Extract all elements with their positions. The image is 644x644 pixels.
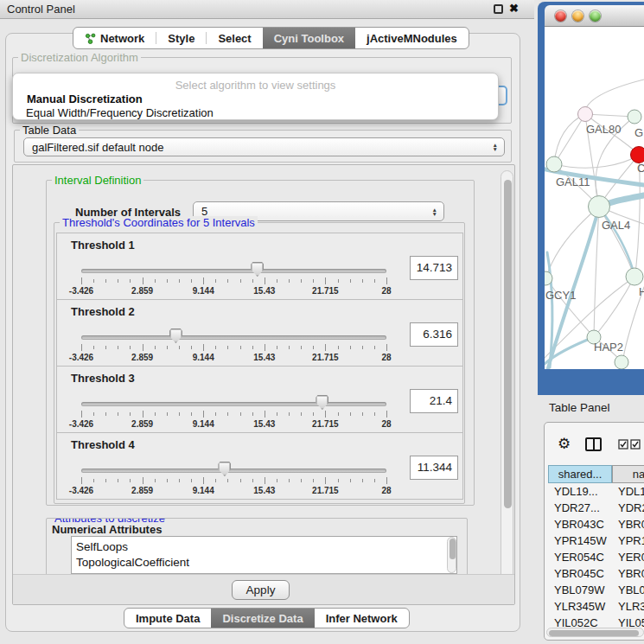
table-horizontal-scrollbar[interactable] xyxy=(546,628,644,637)
tab-style[interactable]: Style xyxy=(156,28,206,48)
column-header-shared-name[interactable]: shared... xyxy=(548,465,612,483)
panel-scrollbar[interactable] xyxy=(501,170,513,601)
tab-jactivemnodules[interactable]: jActiveMNodules xyxy=(355,28,469,48)
table-panel: ⚙ shared... na YDL19...YDL19...YDR27...Y… xyxy=(544,422,644,641)
tick-label: 15.43 xyxy=(253,419,275,429)
tick-mark xyxy=(277,279,277,283)
table-row[interactable]: YDR27...YDR27... xyxy=(548,500,644,516)
tick-mark xyxy=(301,412,302,416)
tab-label: Infer Network xyxy=(326,612,398,625)
tick-mark xyxy=(289,412,290,416)
close-icon[interactable]: ✖ xyxy=(509,2,519,15)
threshold-value-field[interactable]: 6.316 xyxy=(410,322,458,347)
network-node-green[interactable] xyxy=(546,156,562,172)
gear-icon[interactable]: ⚙ xyxy=(558,437,571,451)
table-row[interactable]: YER054CYER054C xyxy=(548,549,644,565)
node-label: GAL4 xyxy=(602,219,630,232)
dropdown-option-equal-width-frequency[interactable]: Equal Width/Frequency Discretization xyxy=(26,106,214,119)
threshold-value-field[interactable]: 11.344 xyxy=(410,456,458,480)
tab-discretize-data[interactable]: Discretize Data xyxy=(211,609,314,628)
tick-mark xyxy=(179,479,180,482)
table-row[interactable]: YBL079WYBL079W xyxy=(548,582,644,598)
list-scrollbar-thumb[interactable] xyxy=(450,539,456,559)
tick-mark xyxy=(203,411,204,418)
numerical-attributes-list[interactable]: SelfLoopsTopologicalCoefficientBetweenne… xyxy=(71,536,457,574)
network-edge xyxy=(596,277,634,335)
tick-mark xyxy=(143,277,143,284)
zoom-traffic-light-icon[interactable] xyxy=(590,10,601,22)
table-panel-toolbar: ⚙ xyxy=(545,423,644,464)
slider-thumb[interactable] xyxy=(169,328,182,343)
table-row[interactable]: YBR043CYBR043C xyxy=(548,516,644,532)
tick-mark xyxy=(93,346,94,349)
table-data-value: galFiltered.sif default node xyxy=(32,141,163,154)
tick-mark xyxy=(118,412,118,416)
list-scrollbar[interactable] xyxy=(447,537,456,573)
tick-mark xyxy=(313,346,314,349)
slider-track[interactable] xyxy=(81,269,386,273)
network-canvas[interactable]: GAL80GCGAL11GAL4GCY1HHAP2 xyxy=(545,27,644,369)
spinner-arrows-icon: ▲▼ xyxy=(493,143,498,151)
tab-cyni-toolbox[interactable]: Cyni Toolbox xyxy=(263,28,355,48)
slider-track[interactable] xyxy=(81,402,386,406)
table-row[interactable]: YDL19...YDL19... xyxy=(548,483,644,500)
tab-network[interactable]: Network xyxy=(73,28,156,48)
tick-label: 21.715 xyxy=(312,286,339,296)
slider-track[interactable] xyxy=(81,469,386,473)
tick-mark xyxy=(227,279,228,283)
threshold-value-field[interactable]: 14.713 xyxy=(410,256,458,280)
table-row[interactable]: YIL052CYIL052C xyxy=(548,615,644,628)
network-node-green[interactable] xyxy=(589,196,610,218)
network-node-pink[interactable] xyxy=(578,107,593,122)
table-row[interactable]: YPR145WYPR145W xyxy=(548,532,644,549)
split-table-icon[interactable] xyxy=(585,437,602,451)
dropdown-option-manual-discretization[interactable]: Manual Discretization xyxy=(27,92,143,105)
tick-mark xyxy=(350,412,351,416)
tab-infer-network[interactable]: Infer Network xyxy=(315,609,409,628)
tick-label: 2.859 xyxy=(131,353,153,362)
table-horizontal-scrollbar-thumb[interactable] xyxy=(549,630,639,636)
tab-select[interactable]: Select xyxy=(207,28,262,48)
threshold-panel: Threshold 1-3.4262.8599.14415.4321.71528… xyxy=(56,233,463,300)
group-title: Discretization Algorithm xyxy=(18,51,141,64)
node-label: H xyxy=(639,285,644,298)
checkbox-icon[interactable] xyxy=(618,439,628,450)
slider-thumb[interactable] xyxy=(251,262,264,277)
threshold-value-field[interactable]: 21.4 xyxy=(410,389,458,413)
slider-track[interactable] xyxy=(81,335,386,340)
table-data-combobox[interactable]: galFiltered.sif default node ▲▼ xyxy=(23,137,505,156)
tick-mark xyxy=(203,477,204,484)
tick-label: 28 xyxy=(381,353,391,362)
float-window-icon[interactable] xyxy=(494,4,503,14)
table-cell-name: YBL079W xyxy=(612,582,644,598)
tick-mark xyxy=(167,479,168,482)
settings-scroll-panel: Interval Definition Number of Intervals … xyxy=(12,164,515,605)
minimize-traffic-light-icon[interactable] xyxy=(572,10,583,22)
tick-label: 9.144 xyxy=(193,286,214,296)
panel-scrollbar-thumb[interactable] xyxy=(504,180,512,508)
network-node-green[interactable] xyxy=(615,355,628,369)
slider-thumb[interactable] xyxy=(316,395,328,410)
control-panel-titlebar xyxy=(0,0,534,19)
tick-mark xyxy=(191,346,192,349)
tick-mark xyxy=(105,412,106,416)
threshold-panel: Threshold 4-3.4262.8599.14415.4321.71528… xyxy=(56,432,463,500)
table-row[interactable]: YBR045CYBR045C xyxy=(548,565,644,582)
list-item[interactable]: SelfLoops xyxy=(76,539,456,555)
slider-thumb[interactable] xyxy=(218,462,231,476)
table-row[interactable]: YLR345WYLR345W xyxy=(548,598,644,615)
tab-impute-data[interactable]: Impute Data xyxy=(124,609,211,628)
table-cell-name: YPR145W xyxy=(612,532,644,549)
column-header-name[interactable]: na xyxy=(612,465,644,483)
network-node-green[interactable] xyxy=(626,268,643,285)
list-item[interactable]: TopologicalCoefficient xyxy=(76,555,456,571)
network-edge xyxy=(554,156,637,168)
network-node-red[interactable] xyxy=(631,147,644,163)
close-traffic-light-icon[interactable] xyxy=(555,10,566,22)
tick-mark xyxy=(179,279,180,283)
checkbox-icon[interactable] xyxy=(630,439,641,450)
table-cell-shared-name: YLR345W xyxy=(548,598,612,615)
tick-mark xyxy=(203,344,204,351)
network-node-green[interactable] xyxy=(628,110,641,124)
apply-button[interactable]: Apply xyxy=(232,580,290,600)
